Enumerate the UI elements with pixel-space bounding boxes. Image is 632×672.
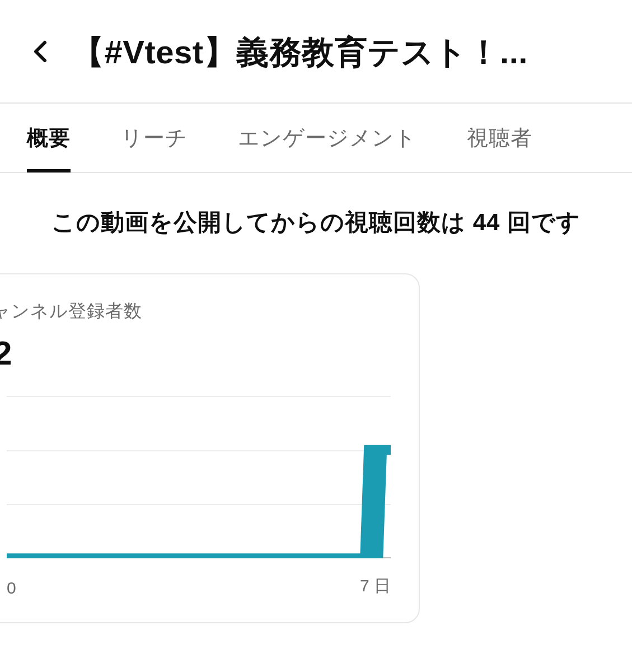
card-label: チャンネル登録者数 [0,299,391,324]
back-icon[interactable] [28,38,55,67]
chart-series [7,396,391,558]
card-subscribers[interactable]: チャンネル登録者数 +2 3 2 1 0 0 7 日 [0,273,420,623]
tab-engagement[interactable]: エンゲージメント [238,103,416,172]
header: 【#Vtest】義務教育テスト！... [0,0,632,102]
x-axis: 0 7 日 [7,567,391,598]
tab-overview[interactable]: 概要 [27,103,71,172]
tab-reach[interactable]: リーチ [121,103,188,172]
chart-plot [7,396,391,558]
chart-subscribers: 3 2 1 0 0 7 日 [0,396,391,598]
tab-audience[interactable]: 視聴者 [467,103,532,172]
cards-row[interactable]: 3 2 1 0 日 チャンネル登録者数 +2 [0,256,632,623]
summary-text: この動画を公開してからの視聴回数は 44 回です [0,173,632,256]
x-tick-end: 7 日 [360,575,391,598]
x-tick-start: 0 [7,578,16,598]
page-title: 【#Vtest】義務教育テスト！... [72,31,615,74]
y-axis: 3 2 1 0 [0,396,1,598]
card-value: +2 [0,334,391,372]
tabs: 概要 リーチ エンゲージメント 視聴者 [0,104,632,173]
